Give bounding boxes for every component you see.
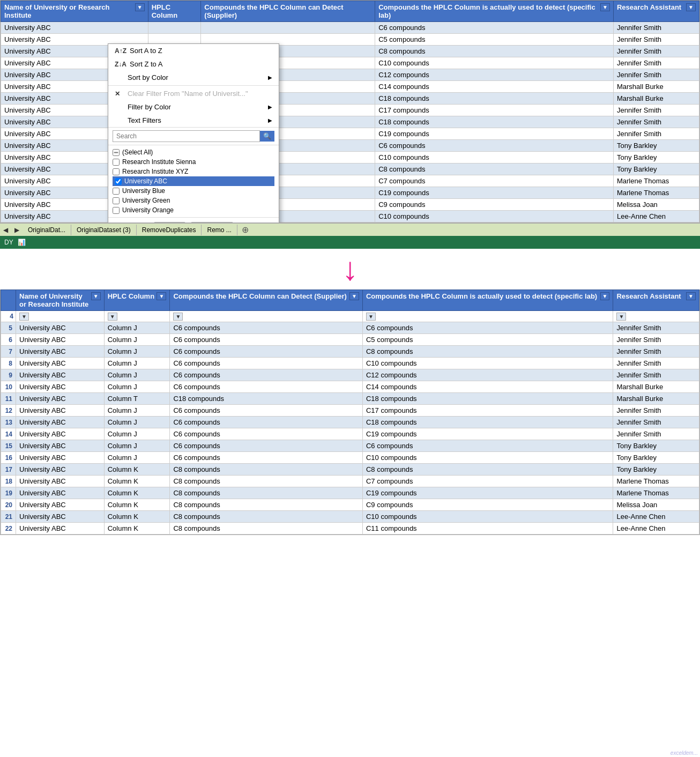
bottom-cell-7-assistant: Jennifer Smith bbox=[613, 405, 699, 417]
checkbox-2[interactable] bbox=[113, 168, 120, 175]
tab-originaldat[interactable]: OriginalDat... bbox=[23, 225, 71, 235]
sort-by-color-item[interactable]: Sort by Color ▶ bbox=[108, 71, 279, 84]
top-cell-1-4: Jennifer Smith bbox=[613, 34, 699, 46]
top-cell-12-4: Tony Barkley bbox=[613, 164, 699, 175]
bottom-cell-7-university: University ABC bbox=[16, 405, 105, 417]
bottom-filter-supplier-btn[interactable]: ▼ bbox=[349, 292, 359, 300]
bottom-header-university: Name of Universityor Research Institute … bbox=[16, 290, 105, 311]
active-filter-lab-btn[interactable]: ▼ bbox=[366, 313, 376, 321]
bottom-cell-17-assistant: Lee-Anne Chen bbox=[613, 523, 699, 535]
checkbox-item-5[interactable]: University Green bbox=[113, 196, 274, 205]
sort-az-icon: A↑Z bbox=[115, 47, 126, 55]
bottom-cell-15-lab: C9 compounds bbox=[362, 499, 613, 511]
bottom-cell-1-assistant: Jennifer Smith bbox=[613, 334, 699, 346]
bottom-filter-assistant-btn[interactable]: ▼ bbox=[686, 292, 696, 300]
bottom-cell-11-lab: C10 compounds bbox=[362, 452, 613, 464]
filter-lab-btn[interactable]: ▼ bbox=[600, 3, 610, 11]
bottom-filter-lab-btn[interactable]: ▼ bbox=[600, 292, 610, 300]
row-num-4: 9 bbox=[1, 369, 16, 381]
top-cell-0-4: Jennifer Smith bbox=[613, 22, 699, 34]
search-icon[interactable]: 🔍 bbox=[260, 131, 274, 142]
filter-dropdown: A↑Z Sort A to Z Z↓A Sort Z to A Sort by … bbox=[108, 43, 279, 223]
bottom-cell-11-assistant: Tony Barkley bbox=[613, 452, 699, 464]
checkbox-6[interactable] bbox=[113, 207, 120, 214]
bottom-cell-9-hplc: Column J bbox=[104, 428, 170, 440]
top-cell-6-3: C18 compounds bbox=[375, 93, 614, 105]
active-filter-assistant-btn[interactable]: ▼ bbox=[616, 313, 626, 321]
top-cell-6-4: Marshall Burke bbox=[613, 93, 699, 105]
ok-button[interactable]: OK bbox=[154, 222, 185, 223]
bottom-header-supplier: Compounds the HPLC Column can Detect (Su… bbox=[170, 290, 363, 311]
bottom-cell-9-lab: C19 compounds bbox=[362, 428, 613, 440]
cancel-button[interactable]: Cancel bbox=[191, 222, 233, 223]
sort-z-to-a-item[interactable]: Z↓A Sort Z to A bbox=[108, 57, 279, 71]
checkbox-item-6[interactable]: University Orange bbox=[113, 205, 274, 215]
active-filter-supplier-btn[interactable]: ▼ bbox=[173, 313, 183, 321]
bottom-cell-17-university: University ABC bbox=[16, 523, 105, 535]
header-detect-lab: Compounds the HPLC Column is actually us… bbox=[375, 1, 614, 22]
bottom-cell-3-hplc: Column J bbox=[104, 358, 170, 369]
checkbox-item-0[interactable]: (Select All) bbox=[113, 147, 274, 157]
bottom-cell-10-lab: C6 compounds bbox=[362, 440, 613, 452]
checkbox-item-3[interactable]: University ABC bbox=[113, 176, 274, 186]
bottom-cell-10-supplier: C6 compounds bbox=[170, 440, 363, 452]
sort-za-icon: Z↓A bbox=[115, 61, 126, 68]
filter-by-color-item[interactable]: Filter by Color ▶ bbox=[108, 100, 279, 114]
bottom-cell-2-hplc: Column J bbox=[104, 346, 170, 358]
top-cell-11-4: Tony Barkley bbox=[613, 152, 699, 164]
filter-assistant-btn[interactable]: ▼ bbox=[686, 3, 696, 11]
bottom-cell-11-hplc: Column J bbox=[104, 452, 170, 464]
bottom-cell-8-hplc: Column J bbox=[104, 417, 170, 428]
row-num-12: 17 bbox=[1, 464, 16, 476]
bottom-cell-12-university: University ABC bbox=[16, 464, 105, 476]
tab-originaldataset3[interactable]: OriginalDataset (3) bbox=[71, 225, 137, 235]
tab-remo[interactable]: Remo ... bbox=[202, 225, 237, 235]
checkbox-4[interactable] bbox=[113, 188, 120, 195]
dropdown-footer: OK Cancel bbox=[108, 217, 279, 223]
bottom-cell-7-lab: C17 compounds bbox=[362, 405, 613, 417]
text-filters-item[interactable]: Text Filters ▶ bbox=[108, 114, 279, 127]
sort-a-to-z-item[interactable]: A↑Z Sort A to Z bbox=[108, 44, 279, 57]
bottom-cell-13-university: University ABC bbox=[16, 476, 105, 487]
clear-filter-icon: ✕ bbox=[115, 90, 124, 98]
search-input[interactable] bbox=[113, 130, 260, 142]
checkbox-item-2[interactable]: Research Institute XYZ bbox=[113, 167, 274, 176]
checkbox-item-1[interactable]: Research Institute Sienna bbox=[113, 157, 274, 167]
clear-filter-item[interactable]: ✕ Clear Filter From "Name of Universit..… bbox=[108, 87, 279, 100]
row-num-16: 21 bbox=[1, 511, 16, 523]
bottom-cell-9-supplier: C6 compounds bbox=[170, 428, 363, 440]
top-cell-11-3: C10 compounds bbox=[375, 152, 614, 164]
checkbox-0[interactable] bbox=[113, 149, 120, 156]
checkbox-1[interactable] bbox=[113, 159, 120, 166]
tab-removeduplicates[interactable]: RemoveDuplicates bbox=[137, 225, 202, 235]
checkbox-3[interactable] bbox=[115, 178, 122, 185]
bottom-filter-hplc-btn[interactable]: ▼ bbox=[157, 292, 166, 300]
top-cell-10-3: C6 compounds bbox=[375, 140, 614, 152]
checkbox-5[interactable] bbox=[113, 197, 120, 204]
checkbox-item-4[interactable]: University Blue bbox=[113, 186, 274, 196]
bottom-cell-10-assistant: Tony Barkley bbox=[613, 440, 699, 452]
top-cell-3-3: C10 compounds bbox=[375, 57, 614, 69]
tab-nav-right[interactable]: ▶ bbox=[11, 226, 23, 234]
bottom-cell-0-university: University ABC bbox=[16, 322, 105, 334]
active-filter-hplc-btn[interactable]: ▼ bbox=[108, 313, 117, 321]
checkbox-list: (Select All)Research Institute SiennaRes… bbox=[108, 145, 279, 217]
bottom-cell-17-supplier: C8 compounds bbox=[170, 523, 363, 535]
top-spreadsheet: Name of University or Research Institute… bbox=[0, 0, 700, 223]
top-cell-2-4: Jennifer Smith bbox=[613, 46, 699, 57]
top-cell-9-3: C19 compounds bbox=[375, 128, 614, 140]
bottom-spreadsheet: Name of Universityor Research Institute … bbox=[0, 290, 700, 535]
bottom-cell-15-hplc: Column K bbox=[104, 499, 170, 511]
bottom-filter-university-btn[interactable]: ▼ bbox=[91, 292, 101, 300]
row-num-14: 19 bbox=[1, 487, 16, 499]
tab-add-btn[interactable]: ⊕ bbox=[237, 223, 253, 236]
top-cell-0-0: University ABC bbox=[1, 22, 148, 34]
tab-nav-left[interactable]: ◀ bbox=[0, 226, 11, 234]
active-filter-university-btn[interactable]: ▼ bbox=[19, 313, 29, 321]
bottom-cell-14-supplier: C8 compounds bbox=[170, 487, 363, 499]
bottom-cell-8-university: University ABC bbox=[16, 417, 105, 428]
filter-university-btn[interactable]: ▼ bbox=[135, 3, 145, 11]
bottom-cell-1-lab: C5 compounds bbox=[362, 334, 613, 346]
bottom-cell-14-hplc: Column K bbox=[104, 487, 170, 499]
text-filter-arrow: ▶ bbox=[268, 117, 272, 123]
